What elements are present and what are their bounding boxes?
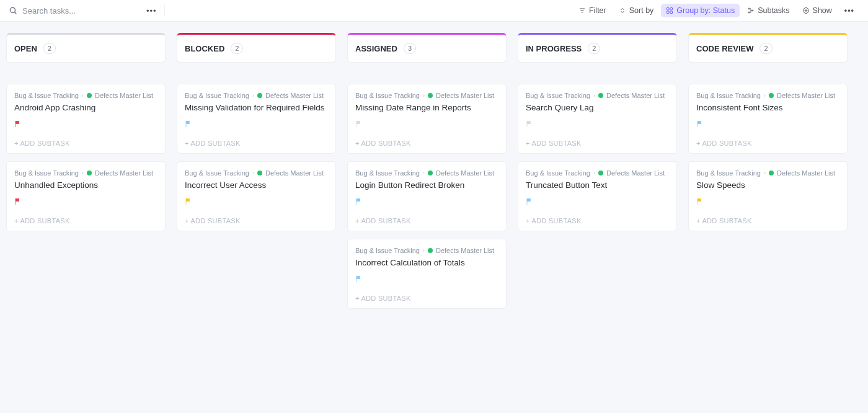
- task-card[interactable]: Bug & Issue Tracking › Defects Master Li…: [177, 161, 336, 231]
- column-header[interactable]: IN PROGRESS 2: [518, 33, 677, 63]
- task-card[interactable]: Bug & Issue Tracking › Defects Master Li…: [347, 239, 507, 309]
- priority-flag[interactable]: [185, 120, 328, 128]
- breadcrumb: Bug & Issue Tracking › Defects Master Li…: [185, 169, 328, 177]
- task-card[interactable]: Bug & Issue Tracking › Defects Master Li…: [688, 84, 848, 154]
- task-card[interactable]: Bug & Issue Tracking › Defects Master Li…: [518, 84, 677, 154]
- add-subtask-button[interactable]: + ADD SUBTASK: [526, 217, 669, 224]
- column-count: 3: [404, 43, 416, 54]
- svg-point-10: [748, 12, 750, 13]
- sort-button[interactable]: Sort by: [614, 4, 659, 17]
- breadcrumb-project: Bug & Issue Tracking: [14, 169, 79, 177]
- breadcrumb-project: Bug & Issue Tracking: [185, 169, 249, 177]
- add-subtask-button[interactable]: + ADD SUBTASK: [355, 217, 498, 224]
- task-card[interactable]: Bug & Issue Tracking › Defects Master Li…: [6, 161, 166, 231]
- priority-flag-icon: [526, 120, 533, 128]
- chevron-right-icon: ›: [252, 92, 254, 99]
- column: BLOCKED 2 Bug & Issue Tracking › Defects…: [177, 33, 336, 316]
- column-name: IN PROGRESS: [526, 44, 582, 53]
- group-label: Group by: Status: [676, 6, 735, 15]
- breadcrumb-project: Bug & Issue Tracking: [526, 92, 590, 99]
- status-dot-icon: [769, 171, 774, 175]
- priority-flag[interactable]: [355, 197, 498, 206]
- breadcrumb: Bug & Issue Tracking › Defects Master Li…: [696, 169, 839, 177]
- priority-flag-icon: [14, 197, 22, 206]
- chevron-right-icon: ›: [252, 170, 254, 176]
- filter-label: Filter: [589, 6, 606, 15]
- task-card[interactable]: Bug & Issue Tracking › Defects Master Li…: [347, 84, 507, 154]
- status-dot-icon: [598, 171, 603, 175]
- breadcrumb-project: Bug & Issue Tracking: [355, 169, 420, 177]
- priority-flag[interactable]: [355, 120, 498, 128]
- task-card[interactable]: Bug & Issue Tracking › Defects Master Li…: [688, 161, 848, 231]
- chevron-right-icon: ›: [593, 92, 595, 99]
- add-subtask-button[interactable]: + ADD SUBTASK: [526, 140, 669, 147]
- add-subtask-button[interactable]: + ADD SUBTASK: [14, 217, 157, 224]
- add-subtask-button[interactable]: + ADD SUBTASK: [355, 295, 498, 302]
- toolbar: ••• Filter Sort by Group by: Status Subt…: [0, 0, 868, 22]
- breadcrumb-list: Defects Master List: [606, 92, 665, 99]
- task-card[interactable]: Bug & Issue Tracking › Defects Master Li…: [518, 161, 677, 231]
- priority-flag[interactable]: [526, 120, 669, 128]
- priority-flag-icon: [355, 120, 363, 128]
- add-subtask-button[interactable]: + ADD SUBTASK: [185, 140, 328, 147]
- subtasks-button[interactable]: Subtasks: [742, 4, 794, 17]
- show-button[interactable]: Show: [797, 4, 837, 17]
- column-name: OPEN: [14, 44, 37, 53]
- priority-flag-icon: [696, 120, 704, 128]
- show-label: Show: [813, 6, 832, 15]
- add-subtask-button[interactable]: + ADD SUBTASK: [696, 217, 839, 224]
- toolbar-right: Filter Sort by Group by: Status Subtasks…: [574, 4, 859, 17]
- breadcrumb-list: Defects Master List: [436, 169, 494, 177]
- add-subtask-button[interactable]: + ADD SUBTASK: [355, 140, 498, 147]
- sort-icon: [619, 7, 626, 14]
- group-button[interactable]: Group by: Status: [661, 4, 740, 17]
- priority-flag[interactable]: [526, 197, 669, 206]
- task-title: Incorrect User Access: [185, 180, 328, 190]
- priority-flag[interactable]: [696, 120, 839, 128]
- column-header[interactable]: OPEN 2: [6, 33, 166, 63]
- svg-line-1: [15, 12, 17, 14]
- priority-flag[interactable]: [696, 197, 839, 206]
- more-button[interactable]: •••: [839, 4, 859, 17]
- priority-flag[interactable]: [14, 197, 157, 206]
- toolbar-more-icon[interactable]: •••: [146, 5, 165, 16]
- breadcrumb: Bug & Issue Tracking › Defects Master Li…: [355, 92, 498, 99]
- chevron-right-icon: ›: [593, 170, 595, 176]
- status-dot-icon: [87, 171, 92, 175]
- priority-flag[interactable]: [14, 120, 157, 128]
- column-header[interactable]: BLOCKED 2: [177, 33, 336, 63]
- column-header[interactable]: CODE REVIEW 2: [688, 33, 848, 63]
- chevron-right-icon: ›: [423, 247, 425, 254]
- breadcrumb: Bug & Issue Tracking › Defects Master Li…: [355, 169, 498, 177]
- add-subtask-button[interactable]: + ADD SUBTASK: [185, 217, 328, 224]
- svg-rect-6: [670, 8, 673, 11]
- column-count: 2: [231, 43, 243, 54]
- column-header[interactable]: ASSIGNED 3: [347, 33, 507, 63]
- chevron-right-icon: ›: [82, 92, 84, 99]
- breadcrumb: Bug & Issue Tracking › Defects Master Li…: [526, 169, 669, 177]
- subtasks-label: Subtasks: [758, 6, 789, 15]
- task-title: Incorrect Calculation of Totals: [355, 258, 498, 267]
- search-input[interactable]: [22, 6, 109, 16]
- task-card[interactable]: Bug & Issue Tracking › Defects Master Li…: [6, 84, 166, 154]
- add-subtask-button[interactable]: + ADD SUBTASK: [696, 140, 839, 147]
- breadcrumb-project: Bug & Issue Tracking: [185, 92, 249, 99]
- breadcrumb-project: Bug & Issue Tracking: [14, 92, 79, 99]
- group-icon: [666, 7, 673, 14]
- task-title: Missing Validation for Required Fields: [185, 103, 328, 112]
- svg-point-0: [10, 7, 15, 12]
- priority-flag[interactable]: [185, 197, 328, 206]
- task-card[interactable]: Bug & Issue Tracking › Defects Master Li…: [177, 84, 336, 154]
- priority-flag-icon: [185, 120, 192, 128]
- column: OPEN 2 Bug & Issue Tracking › Defects Ma…: [6, 33, 166, 316]
- add-subtask-button[interactable]: + ADD SUBTASK: [14, 140, 157, 147]
- task-card[interactable]: Bug & Issue Tracking › Defects Master Li…: [347, 161, 507, 231]
- breadcrumb-project: Bug & Issue Tracking: [355, 247, 420, 254]
- task-title: Inconsistent Font Sizes: [696, 103, 839, 112]
- priority-flag-icon: [355, 197, 363, 206]
- priority-flag[interactable]: [355, 275, 498, 283]
- breadcrumb-project: Bug & Issue Tracking: [526, 169, 590, 177]
- filter-button[interactable]: Filter: [574, 4, 611, 17]
- status-dot-icon: [769, 93, 774, 98]
- board: OPEN 2 Bug & Issue Tracking › Defects Ma…: [0, 22, 868, 327]
